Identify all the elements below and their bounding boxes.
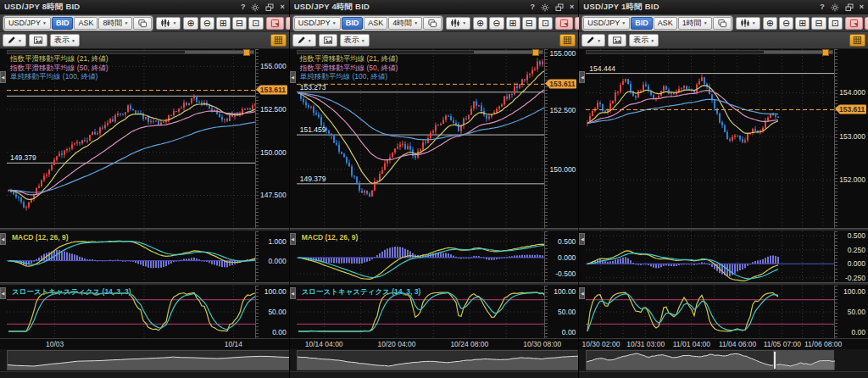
navigator-track[interactable] bbox=[586, 350, 834, 370]
layout-split-button[interactable]: ⊟ bbox=[232, 17, 247, 30]
collapse-pane-icon[interactable]: ◀ bbox=[290, 287, 296, 299]
display-menu-button[interactable]: 表示 ▼ bbox=[629, 34, 659, 47]
chart-type-select[interactable]: ▼ bbox=[156, 17, 181, 30]
layout-grid-button[interactable]: ⊡ bbox=[248, 17, 263, 30]
macd-histogram bbox=[8, 250, 255, 268]
layout-split-button[interactable]: ⊟ bbox=[522, 17, 537, 30]
navigator-track[interactable] bbox=[7, 350, 289, 370]
time-axis-label: 11/05 07:00 bbox=[764, 340, 801, 348]
compare-symbol-button[interactable] bbox=[713, 17, 732, 30]
zoom-in-button[interactable]: ⊕ bbox=[183, 17, 198, 30]
settings-gear-icon[interactable] bbox=[831, 3, 839, 12]
zoom-out-button[interactable]: ⊖ bbox=[779, 17, 793, 30]
navigator-handle[interactable] bbox=[773, 351, 776, 370]
display-menu-button[interactable]: 表示 ▼ bbox=[50, 34, 80, 47]
collapse-pane-icon[interactable]: ◀ bbox=[0, 71, 6, 83]
layout-single-button[interactable]: ⊞ bbox=[795, 17, 810, 30]
zoom-out-button[interactable]: ⊖ bbox=[200, 17, 214, 30]
ask-button[interactable]: ASK bbox=[654, 17, 677, 30]
window-titlebar: USD/JPY 8時間 BID ? × bbox=[0, 0, 289, 14]
grid-settings-button[interactable] bbox=[270, 34, 287, 47]
zoom-out-button[interactable]: ⊖ bbox=[489, 17, 504, 30]
navigator-track[interactable] bbox=[297, 350, 579, 370]
restore-window-icon[interactable] bbox=[845, 3, 854, 12]
screenshot-button[interactable] bbox=[29, 34, 47, 47]
chart-plot[interactable]: 154.444 bbox=[586, 49, 834, 228]
chart-plot[interactable]: スローストキャスティクス (14, 3, 3) bbox=[297, 286, 545, 338]
symbol-select[interactable]: USD/JPY ▼ bbox=[4, 17, 51, 30]
restore-window-icon[interactable] bbox=[555, 3, 564, 12]
zoom-in-button[interactable]: ⊕ bbox=[473, 17, 487, 30]
bid-button[interactable]: BID bbox=[342, 17, 364, 30]
chart-type-select[interactable]: ▼ bbox=[446, 17, 470, 30]
chart-plot[interactable]: 指数平滑移動平均線 (21, 終値)指数平滑移動平均線 (50, 終値)単純移動… bbox=[297, 49, 545, 228]
ask-button[interactable]: ASK bbox=[364, 17, 387, 30]
stochastics-chart[interactable] bbox=[586, 286, 834, 338]
draw-tool-select[interactable]: ▼ bbox=[3, 34, 26, 47]
macd-chart[interactable] bbox=[586, 231, 834, 282]
close-icon[interactable]: × bbox=[570, 3, 574, 11]
chart-plot[interactable]: スローストキャスティクス (14, 3, 3) bbox=[7, 286, 255, 338]
stoch-pane: スローストキャスティクス (14, 3, 3)100.0050.000.00◀ bbox=[0, 286, 289, 338]
collapse-pane-icon[interactable]: ◀ bbox=[290, 71, 296, 83]
screenshot-button[interactable] bbox=[608, 34, 626, 47]
price-chart[interactable] bbox=[586, 49, 834, 228]
chart-horizontal-scrollbar[interactable] bbox=[7, 50, 254, 54]
layout-grid-button[interactable]: ⊡ bbox=[538, 17, 553, 30]
collapse-pane-icon[interactable]: ◀ bbox=[0, 287, 6, 299]
close-icon[interactable]: × bbox=[860, 3, 864, 11]
symbol-select[interactable]: USD/JPY ▼ bbox=[294, 17, 341, 30]
restore-window-icon[interactable] bbox=[265, 3, 274, 12]
compare-symbol-button[interactable] bbox=[423, 17, 442, 30]
layout-single-button[interactable]: ⊞ bbox=[216, 17, 231, 30]
compare-symbol-button[interactable] bbox=[133, 17, 152, 30]
settings-gear-icon[interactable] bbox=[541, 3, 549, 12]
grid-settings-button[interactable] bbox=[559, 34, 576, 47]
collapse-pane-icon[interactable]: ◀ bbox=[579, 71, 585, 83]
symbol-select[interactable]: USD/JPY ▼ bbox=[583, 17, 630, 30]
layout-grid-button[interactable]: ⊡ bbox=[828, 17, 843, 30]
chart-plot[interactable] bbox=[586, 286, 834, 338]
chart-plot[interactable]: MACD (12, 26, 9) bbox=[297, 231, 545, 282]
chart-horizontal-scrollbar[interactable] bbox=[586, 50, 833, 54]
ask-button[interactable]: ASK bbox=[74, 17, 97, 30]
chevron-down-icon: ▼ bbox=[332, 20, 337, 25]
annotate-chart-button[interactable] bbox=[865, 17, 868, 30]
jump-to-latest-icon[interactable] bbox=[243, 49, 250, 56]
timeframe-select[interactable]: 4時間 ▼ bbox=[388, 17, 422, 30]
chart-workspace: USD/JPY 8時間 BID ? × USD/JPY ▼ BID ASK 8時… bbox=[0, 0, 868, 378]
popout-chart-button[interactable] bbox=[266, 17, 284, 30]
chart-type-select[interactable]: ▼ bbox=[736, 17, 760, 30]
zoom-in-button[interactable]: ⊕ bbox=[763, 17, 777, 30]
chevron-down-icon: ▼ bbox=[597, 38, 601, 43]
collapse-pane-icon[interactable]: ◀ bbox=[290, 233, 296, 245]
close-icon[interactable]: × bbox=[280, 3, 284, 11]
layout-single-button[interactable]: ⊞ bbox=[506, 17, 520, 30]
help-icon[interactable]: ? bbox=[241, 3, 246, 11]
jump-to-latest-icon[interactable] bbox=[532, 49, 539, 56]
timeframe-select[interactable]: 8時間 ▼ bbox=[98, 17, 132, 30]
grid-settings-button[interactable] bbox=[849, 34, 865, 47]
popout-chart-button[interactable] bbox=[845, 17, 863, 30]
bid-button[interactable]: BID bbox=[52, 17, 74, 30]
collapse-pane-icon[interactable]: ◀ bbox=[0, 233, 6, 245]
help-icon[interactable]: ? bbox=[820, 3, 825, 11]
screenshot-button[interactable] bbox=[319, 34, 337, 47]
chart-plot[interactable]: MACD (12, 26, 9) bbox=[7, 231, 255, 282]
help-icon[interactable]: ? bbox=[531, 3, 536, 11]
popout-chart-button[interactable] bbox=[555, 17, 573, 30]
draw-tool-select[interactable]: ▼ bbox=[581, 34, 605, 47]
settings-gear-icon[interactable] bbox=[251, 3, 259, 12]
chart-plot[interactable] bbox=[586, 231, 834, 282]
display-menu-button[interactable]: 表示 ▼ bbox=[340, 34, 370, 47]
timeframe-select[interactable]: 1時間 ▼ bbox=[678, 17, 712, 30]
bid-button[interactable]: BID bbox=[631, 17, 653, 30]
collapse-pane-icon[interactable]: ◀ bbox=[579, 233, 585, 245]
collapse-pane-icon[interactable]: ◀ bbox=[579, 287, 585, 299]
chart-plot[interactable]: 指数平滑移動平均線 (21, 終値)指数平滑移動平均線 (50, 終値)単純移動… bbox=[7, 49, 255, 228]
draw-tool-select[interactable]: ▼ bbox=[292, 34, 316, 47]
chart-horizontal-scrollbar[interactable] bbox=[297, 50, 544, 54]
jump-to-latest-icon[interactable] bbox=[822, 49, 829, 56]
layout-split-button[interactable]: ⊟ bbox=[811, 17, 826, 30]
navigator-selected-range[interactable] bbox=[775, 351, 834, 370]
